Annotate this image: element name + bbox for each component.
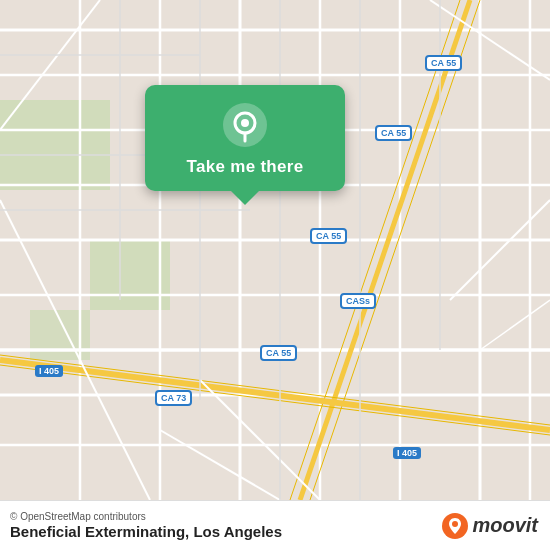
- ca55-badge-4: CA 55: [260, 345, 297, 361]
- moovit-pin-icon: [442, 513, 468, 539]
- svg-point-46: [452, 521, 458, 527]
- i405-badge-2: I 405: [393, 447, 421, 459]
- moovit-brand-text: moovit: [472, 514, 538, 537]
- svg-point-43: [241, 119, 249, 127]
- ca55-badge-cass: CASs: [340, 293, 376, 309]
- svg-rect-2: [90, 240, 170, 310]
- popup-card: Take me there: [145, 85, 345, 191]
- i405-badge-1: I 405: [35, 365, 63, 377]
- moovit-logo: moovit: [442, 513, 538, 539]
- ca73-badge: CA 73: [155, 390, 192, 406]
- take-me-there-button[interactable]: Take me there: [187, 157, 304, 177]
- map-container: CA 55 CA 55 CA 55 CASs CA 55 I 405 I 405…: [0, 0, 550, 500]
- bottom-bar: © OpenStreetMap contributors Beneficial …: [0, 500, 550, 550]
- ca55-badge-1: CA 55: [425, 55, 462, 71]
- svg-rect-1: [0, 100, 110, 190]
- location-pin-icon: [223, 103, 267, 147]
- map-svg: [0, 0, 550, 500]
- bottom-left: © OpenStreetMap contributors Beneficial …: [10, 511, 282, 540]
- ca55-badge-2: CA 55: [375, 125, 412, 141]
- location-text: Beneficial Exterminating, Los Angeles: [10, 523, 282, 540]
- ca55-badge-3: CA 55: [310, 228, 347, 244]
- attribution-text: © OpenStreetMap contributors: [10, 511, 282, 522]
